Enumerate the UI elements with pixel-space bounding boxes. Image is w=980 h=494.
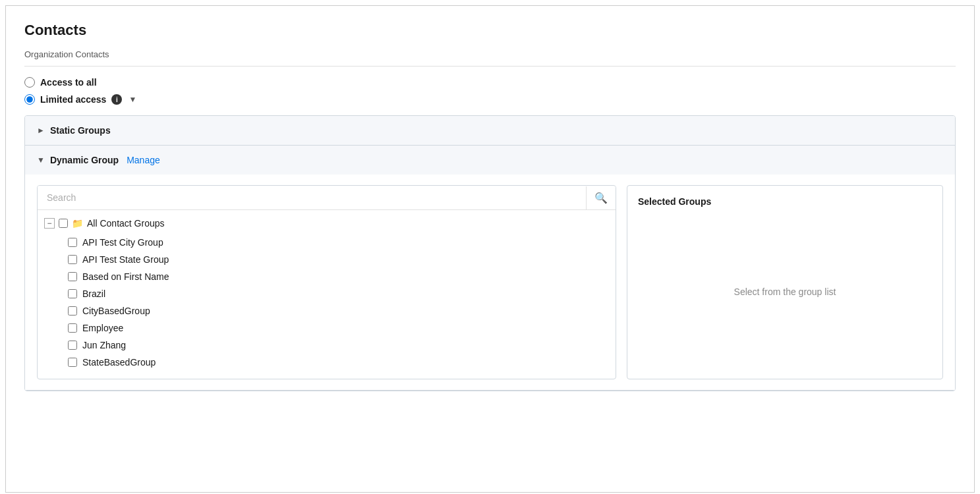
tree-collapse-button[interactable]: −: [44, 218, 55, 229]
static-groups-accordion-header[interactable]: ► Static Groups: [25, 116, 955, 146]
tree-item-label: Jun Zhang: [82, 340, 126, 350]
dynamic-group-chevron-down-icon: ▼: [37, 155, 45, 165]
tree-area: − 📁 All Contact Groups API Test City Gro…: [38, 210, 616, 379]
tree-root-label: All Contact Groups: [87, 218, 165, 229]
list-item: API Test City Group: [44, 234, 609, 251]
group-picker: 🔍 − 📁 All Contact Groups API Test City G…: [25, 175, 955, 390]
tree-item-label: API Test City Group: [82, 237, 163, 248]
radio-group: Access to all Limited access i ▼: [24, 77, 956, 105]
info-icon[interactable]: i: [111, 94, 122, 105]
tree-item-checkbox[interactable]: [68, 358, 77, 367]
tree-root-row: − 📁 All Contact Groups: [44, 218, 609, 229]
tree-item-checkbox[interactable]: [68, 341, 77, 350]
tree-item-label: API Test State Group: [82, 254, 169, 265]
tree-item-label: CityBasedGroup: [82, 306, 150, 316]
dynamic-group-section: ▼ Dynamic Group Manage 🔍 −: [25, 146, 955, 391]
tree-item-checkbox[interactable]: [68, 255, 77, 264]
list-item: Brazil: [44, 285, 609, 302]
accordion-container: ► Static Groups ▼ Dynamic Group Manage 🔍: [24, 115, 956, 391]
list-item: StateBasedGroup: [44, 354, 609, 371]
section-label: Organization Contacts: [24, 49, 956, 67]
search-row: 🔍: [38, 186, 616, 210]
tree-item-checkbox[interactable]: [68, 306, 77, 316]
tree-items-container: API Test City GroupAPI Test State GroupB…: [44, 234, 609, 371]
tree-item-checkbox[interactable]: [68, 323, 77, 333]
tree-item-label: Employee: [82, 323, 123, 333]
list-item: CityBasedGroup: [44, 302, 609, 319]
dynamic-group-label: Dynamic Group: [50, 155, 119, 165]
tree-item-label: Based on First Name: [82, 271, 169, 282]
list-item: Based on First Name: [44, 268, 609, 285]
left-panel: 🔍 − 📁 All Contact Groups API Test City G…: [37, 185, 616, 379]
limited-access-radio[interactable]: [24, 94, 35, 105]
all-contact-groups-checkbox[interactable]: [59, 219, 68, 228]
list-item: Employee: [44, 319, 609, 337]
page-wrapper: Contacts Organization Contacts Access to…: [5, 5, 975, 493]
search-button[interactable]: 🔍: [586, 186, 616, 209]
page-title: Contacts: [24, 22, 956, 39]
access-to-all-label: Access to all: [40, 77, 97, 88]
folder-icon: 📁: [72, 218, 83, 229]
tree-item-label: StateBasedGroup: [82, 357, 156, 368]
tree-item-checkbox[interactable]: [68, 289, 77, 298]
access-to-all-radio[interactable]: [24, 77, 35, 88]
right-panel: Selected Groups Select from the group li…: [627, 185, 943, 379]
search-icon: 🔍: [594, 192, 608, 204]
chevron-down-icon[interactable]: ▼: [129, 95, 136, 104]
list-item: API Test State Group: [44, 251, 609, 268]
selected-groups-title: Selected Groups: [638, 196, 932, 207]
manage-link[interactable]: Manage: [127, 155, 160, 165]
tree-item-checkbox[interactable]: [68, 272, 77, 281]
limited-access-label: Limited access: [40, 94, 106, 105]
empty-message: Select from the group list: [638, 215, 932, 368]
dynamic-group-accordion-header[interactable]: ▼ Dynamic Group Manage: [25, 146, 955, 175]
tree-item-label: Brazil: [82, 288, 105, 299]
search-input[interactable]: [38, 186, 586, 209]
static-groups-label: Static Groups: [50, 125, 111, 136]
limited-access-radio-row[interactable]: Limited access i ▼: [24, 94, 956, 105]
tree-item-checkbox[interactable]: [68, 238, 77, 247]
list-item: Jun Zhang: [44, 337, 609, 354]
static-groups-chevron-right-icon: ►: [37, 126, 45, 135]
access-to-all-radio-row[interactable]: Access to all: [24, 77, 956, 88]
